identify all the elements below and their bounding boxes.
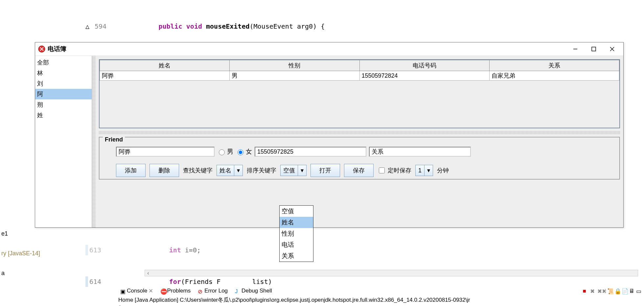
autosave-checkbox[interactable]: 定时保存 bbox=[378, 166, 411, 174]
tab-problems[interactable]: ⛔Problems bbox=[158, 288, 193, 294]
relation-field[interactable] bbox=[369, 147, 471, 157]
console-toolbar: ■ ✖ ✖✖ | 📜 🔒 📄 🖥 ▭ bbox=[583, 288, 644, 294]
scroll-left-icon[interactable]: ‹ bbox=[145, 270, 151, 276]
search-key-combo[interactable]: 姓名 ▾ bbox=[217, 165, 243, 176]
dropdown-option[interactable]: 空值 bbox=[280, 206, 313, 217]
col-gender[interactable]: 性别 bbox=[230, 60, 359, 71]
sort-label: 排序关键字 bbox=[247, 166, 276, 174]
friend-form-row: 男 女 bbox=[103, 145, 616, 158]
add-button[interactable]: 添加 bbox=[116, 164, 146, 177]
code-line: 614 for(Friends FXXXXXXXXlist) bbox=[85, 276, 644, 287]
sort-key-combo[interactable]: 空值 ▾ bbox=[280, 165, 307, 176]
sidebar-item-shuo[interactable]: 朔 bbox=[35, 99, 92, 110]
chevron-down-icon[interactable]: ▾ bbox=[234, 165, 242, 176]
close-icon[interactable]: ✕ bbox=[149, 288, 153, 294]
titlebar[interactable]: 电话簿 bbox=[35, 42, 623, 56]
cell-gender[interactable]: 男 bbox=[230, 71, 359, 81]
app-icon bbox=[38, 45, 46, 53]
main-panel: 姓名 性别 电话号码 关系 阿骅 男 15505972824 自家兄弟 bbox=[96, 56, 623, 227]
delete-button[interactable]: 删除 bbox=[150, 164, 179, 177]
console-icon: ▣ bbox=[120, 288, 126, 293]
cell-name[interactable]: 阿骅 bbox=[100, 71, 230, 81]
code-line: △ 594 public void mouseExited(MouseEvent… bbox=[85, 21, 644, 32]
cell-phone[interactable]: 15505972824 bbox=[359, 71, 489, 81]
override-icon: △ bbox=[85, 21, 93, 32]
sidebar-item-a[interactable]: 阿 bbox=[35, 89, 92, 99]
horizontal-splitter[interactable] bbox=[99, 131, 620, 134]
interval-unit: 分钟 bbox=[437, 166, 449, 174]
tab-debugshell[interactable]: JDebug Shell bbox=[233, 288, 274, 294]
phone-field[interactable] bbox=[255, 147, 366, 157]
scroll-lock-icon[interactable]: 📜 bbox=[607, 288, 613, 294]
radio-male[interactable]: 男 bbox=[217, 147, 233, 156]
window-title: 电话簿 bbox=[48, 45, 66, 53]
code-line: 613 int i=0; bbox=[85, 245, 644, 255]
horizontal-scrollbar[interactable]: ‹ bbox=[145, 270, 638, 276]
clear-icon[interactable]: 📄 bbox=[622, 288, 628, 294]
tab-errorlog[interactable]: ⊘Error Log bbox=[196, 288, 230, 294]
sidebar-item-all[interactable]: 全部 bbox=[35, 57, 92, 68]
line-number: 594 bbox=[93, 21, 108, 32]
search-key-dropdown-popup[interactable]: 空值 姓名 性别 电话 关系 bbox=[279, 205, 313, 262]
friend-panel-title: Friend bbox=[103, 136, 125, 143]
vertical-splitter[interactable] bbox=[92, 56, 96, 227]
data-table-wrap: 姓名 性别 电话号码 关系 阿骅 男 15505972824 自家兄弟 bbox=[99, 59, 620, 128]
errorlog-icon: ⊘ bbox=[198, 288, 203, 293]
sidebar-item-xing[interactable]: 姓 bbox=[35, 110, 92, 120]
problems-icon: ⛔ bbox=[160, 288, 166, 293]
line-number: 613 bbox=[88, 245, 103, 255]
open-button[interactable]: 打开 bbox=[310, 164, 340, 177]
display-icon[interactable]: 🖥 bbox=[629, 288, 635, 294]
code-text: public void mouseExited(MouseEvent arg0)… bbox=[108, 21, 325, 32]
removeall-icon[interactable]: ✖✖ bbox=[597, 288, 603, 294]
chevron-down-icon[interactable]: ▾ bbox=[424, 165, 433, 176]
dropdown-option[interactable]: 关系 bbox=[280, 250, 313, 262]
window-controls bbox=[566, 43, 621, 55]
maximize-button[interactable] bbox=[585, 43, 603, 55]
col-phone[interactable]: 电话号码 bbox=[359, 60, 489, 71]
open-console-icon[interactable]: ▭ bbox=[636, 288, 642, 294]
dropdown-option[interactable]: 性别 bbox=[280, 228, 313, 239]
friend-panel: Friend 男 女 添加 删除 查找关键字 姓名 bbox=[99, 137, 620, 180]
table-header-row: 姓名 性别 电话号码 关系 bbox=[100, 60, 619, 71]
debug-icon: J bbox=[235, 288, 240, 293]
table-row[interactable]: 阿骅 男 15505972824 自家兄弟 bbox=[100, 71, 619, 81]
remove-icon[interactable]: ✖ bbox=[590, 288, 596, 294]
col-relation[interactable]: 关系 bbox=[489, 60, 619, 71]
svg-rect-2 bbox=[592, 47, 596, 51]
tab-console[interactable]: ▣Console ✕ bbox=[118, 288, 155, 294]
chevron-down-icon[interactable]: ▾ bbox=[298, 165, 306, 176]
save-button[interactable]: 保存 bbox=[344, 164, 374, 177]
data-table[interactable]: 姓名 性别 电话号码 关系 阿骅 男 15505972824 自家兄弟 bbox=[100, 60, 619, 81]
interval-combo[interactable]: 1 ▾ bbox=[415, 165, 433, 176]
name-field[interactable] bbox=[116, 147, 215, 157]
sidebar-item-liu[interactable]: 刘 bbox=[35, 78, 92, 89]
dropdown-option[interactable]: 电话 bbox=[280, 239, 313, 250]
search-label: 查找关键字 bbox=[183, 166, 213, 174]
dialog-body: 全部 林 刘 阿 朔 姓 姓名 性别 电话号码 关系 bbox=[35, 56, 623, 227]
col-name[interactable]: 姓名 bbox=[100, 60, 230, 71]
sidebar-item-lin[interactable]: 林 bbox=[35, 68, 92, 78]
console-status: Home [Java Application] C:\Users\winter冬… bbox=[118, 296, 644, 306]
minimize-button[interactable] bbox=[566, 43, 585, 55]
friend-button-row: 添加 删除 查找关键字 姓名 ▾ 排序关键字 空值 ▾ 打开 保 bbox=[103, 164, 616, 177]
console-tabs: ▣Console ✕ ⛔Problems ⊘Error Log JDebug S… bbox=[118, 286, 644, 295]
pin-icon[interactable]: 🔒 bbox=[614, 288, 620, 294]
sidebar: 全部 林 刘 阿 朔 姓 bbox=[35, 56, 92, 227]
radio-female[interactable]: 女 bbox=[236, 147, 252, 156]
project-tree-fragment: e1 ry [JavaSE-14] a bbox=[0, 224, 40, 283]
line-number: 614 bbox=[88, 276, 103, 287]
phonebook-dialog: 电话簿 全部 林 刘 阿 朔 姓 姓名 性别 电话 bbox=[35, 42, 624, 228]
dropdown-option[interactable]: 姓名 bbox=[280, 217, 313, 228]
stop-icon[interactable]: ■ bbox=[583, 288, 589, 294]
close-button[interactable] bbox=[603, 43, 621, 55]
cell-relation[interactable]: 自家兄弟 bbox=[489, 71, 619, 81]
